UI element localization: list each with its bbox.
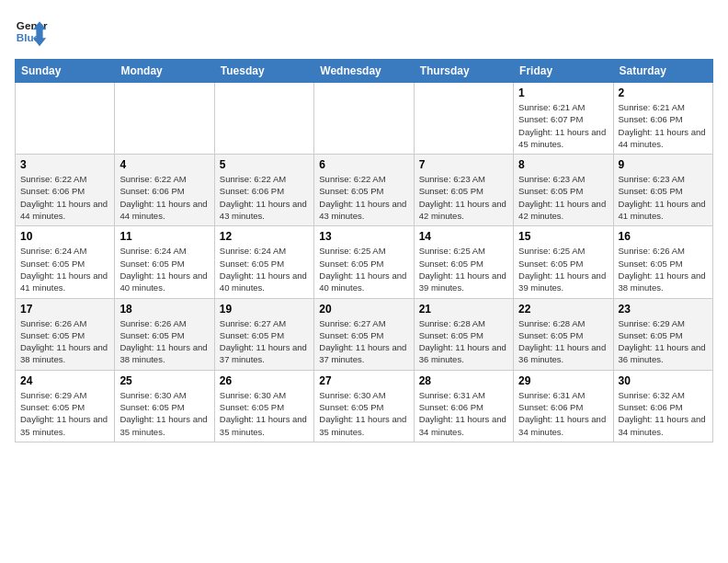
calendar-cell: 8Sunrise: 6:23 AM Sunset: 6:05 PM Daylig… — [514, 155, 613, 226]
day-info: Sunrise: 6:23 AM Sunset: 6:05 PM Dayligh… — [518, 173, 608, 222]
calendar-cell: 9Sunrise: 6:23 AM Sunset: 6:05 PM Daylig… — [613, 155, 712, 226]
day-number: 2 — [619, 86, 708, 99]
day-info: Sunrise: 6:26 AM Sunset: 6:05 PM Dayligh… — [20, 317, 109, 366]
day-info: Sunrise: 6:26 AM Sunset: 6:05 PM Dayligh… — [119, 317, 209, 366]
day-number: 15 — [518, 230, 608, 243]
calendar-cell: 6Sunrise: 6:22 AM Sunset: 6:05 PM Daylig… — [314, 155, 414, 226]
calendar-cell: 28Sunrise: 6:31 AM Sunset: 6:06 PM Dayli… — [414, 370, 513, 442]
day-info: Sunrise: 6:23 AM Sunset: 6:05 PM Dayligh… — [419, 173, 508, 222]
day-number: 18 — [119, 303, 209, 316]
generalblue-logo-icon: General Blue — [15, 15, 48, 48]
calendar-cell: 4Sunrise: 6:22 AM Sunset: 6:06 PM Daylig… — [115, 155, 214, 226]
day-number: 11 — [119, 230, 209, 243]
weekday-header-tuesday: Tuesday — [214, 60, 313, 83]
day-number: 17 — [20, 303, 109, 316]
day-number: 26 — [220, 374, 309, 387]
calendar-cell: 10Sunrise: 6:24 AM Sunset: 6:05 PM Dayli… — [16, 226, 115, 298]
calendar-cell: 19Sunrise: 6:27 AM Sunset: 6:05 PM Dayli… — [214, 298, 313, 370]
calendar-cell: 13Sunrise: 6:25 AM Sunset: 6:05 PM Dayli… — [314, 226, 414, 298]
calendar-cell: 3Sunrise: 6:22 AM Sunset: 6:06 PM Daylig… — [16, 155, 115, 226]
weekday-header-monday: Monday — [115, 60, 214, 83]
weekday-header-thursday: Thursday — [414, 60, 513, 83]
calendar-week-row: 10Sunrise: 6:24 AM Sunset: 6:05 PM Dayli… — [16, 226, 713, 298]
calendar-week-row: 17Sunrise: 6:26 AM Sunset: 6:05 PM Dayli… — [16, 298, 713, 370]
day-number: 5 — [220, 158, 309, 171]
day-info: Sunrise: 6:29 AM Sunset: 6:05 PM Dayligh… — [20, 389, 109, 438]
day-info: Sunrise: 6:25 AM Sunset: 6:05 PM Dayligh… — [319, 245, 408, 293]
calendar-cell: 11Sunrise: 6:24 AM Sunset: 6:05 PM Dayli… — [115, 226, 214, 298]
day-number: 21 — [419, 303, 508, 316]
day-number: 14 — [419, 230, 508, 243]
day-number: 24 — [20, 374, 109, 387]
day-info: Sunrise: 6:30 AM Sunset: 6:05 PM Dayligh… — [319, 389, 408, 438]
header: General Blue — [15, 15, 713, 48]
day-info: Sunrise: 6:25 AM Sunset: 6:05 PM Dayligh… — [419, 245, 508, 293]
day-info: Sunrise: 6:22 AM Sunset: 6:06 PM Dayligh… — [119, 173, 209, 222]
logo: General Blue — [15, 15, 48, 48]
calendar-cell: 15Sunrise: 6:25 AM Sunset: 6:05 PM Dayli… — [514, 226, 613, 298]
day-number: 30 — [619, 374, 708, 387]
day-info: Sunrise: 6:24 AM Sunset: 6:05 PM Dayligh… — [20, 245, 109, 293]
day-number: 4 — [119, 158, 209, 171]
day-number: 27 — [319, 374, 408, 387]
calendar-week-row: 1Sunrise: 6:21 AM Sunset: 6:07 PM Daylig… — [16, 83, 713, 155]
day-number: 1 — [518, 86, 608, 99]
calendar-cell: 21Sunrise: 6:28 AM Sunset: 6:05 PM Dayli… — [414, 298, 513, 370]
weekday-header-row: SundayMondayTuesdayWednesdayThursdayFrid… — [16, 60, 713, 83]
day-number: 19 — [220, 303, 309, 316]
day-info: Sunrise: 6:24 AM Sunset: 6:05 PM Dayligh… — [119, 245, 209, 293]
day-info: Sunrise: 6:24 AM Sunset: 6:05 PM Dayligh… — [220, 245, 309, 293]
calendar-week-row: 24Sunrise: 6:29 AM Sunset: 6:05 PM Dayli… — [16, 370, 713, 442]
day-info: Sunrise: 6:28 AM Sunset: 6:05 PM Dayligh… — [419, 317, 508, 366]
weekday-header-wednesday: Wednesday — [314, 60, 414, 83]
day-info: Sunrise: 6:28 AM Sunset: 6:05 PM Dayligh… — [518, 317, 608, 366]
calendar-cell: 30Sunrise: 6:32 AM Sunset: 6:06 PM Dayli… — [613, 370, 712, 442]
calendar-table: SundayMondayTuesdayWednesdayThursdayFrid… — [15, 59, 713, 442]
day-info: Sunrise: 6:31 AM Sunset: 6:06 PM Dayligh… — [518, 389, 608, 438]
calendar-cell: 23Sunrise: 6:29 AM Sunset: 6:05 PM Dayli… — [613, 298, 712, 370]
calendar-cell: 24Sunrise: 6:29 AM Sunset: 6:05 PM Dayli… — [16, 370, 115, 442]
weekday-header-sunday: Sunday — [16, 60, 115, 83]
calendar-cell: 14Sunrise: 6:25 AM Sunset: 6:05 PM Dayli… — [414, 226, 513, 298]
calendar-cell: 20Sunrise: 6:27 AM Sunset: 6:05 PM Dayli… — [314, 298, 414, 370]
day-info: Sunrise: 6:30 AM Sunset: 6:05 PM Dayligh… — [119, 389, 209, 438]
day-info: Sunrise: 6:30 AM Sunset: 6:05 PM Dayligh… — [220, 389, 309, 438]
day-info: Sunrise: 6:22 AM Sunset: 6:06 PM Dayligh… — [20, 173, 109, 222]
calendar-cell — [414, 83, 513, 155]
day-info: Sunrise: 6:32 AM Sunset: 6:06 PM Dayligh… — [619, 389, 708, 438]
calendar-cell — [214, 83, 313, 155]
day-info: Sunrise: 6:21 AM Sunset: 6:07 PM Dayligh… — [518, 101, 608, 150]
calendar-week-row: 3Sunrise: 6:22 AM Sunset: 6:06 PM Daylig… — [16, 155, 713, 226]
day-info: Sunrise: 6:27 AM Sunset: 6:05 PM Dayligh… — [319, 317, 408, 366]
calendar-cell: 27Sunrise: 6:30 AM Sunset: 6:05 PM Dayli… — [314, 370, 414, 442]
day-info: Sunrise: 6:22 AM Sunset: 6:06 PM Dayligh… — [220, 173, 309, 222]
day-info: Sunrise: 6:31 AM Sunset: 6:06 PM Dayligh… — [419, 389, 508, 438]
day-number: 16 — [619, 230, 708, 243]
day-info: Sunrise: 6:27 AM Sunset: 6:05 PM Dayligh… — [220, 317, 309, 366]
day-number: 3 — [20, 158, 109, 171]
svg-text:General: General — [17, 19, 48, 31]
day-number: 6 — [319, 158, 408, 171]
calendar-cell — [314, 83, 414, 155]
calendar-cell: 7Sunrise: 6:23 AM Sunset: 6:05 PM Daylig… — [414, 155, 513, 226]
calendar-cell: 16Sunrise: 6:26 AM Sunset: 6:05 PM Dayli… — [613, 226, 712, 298]
day-number: 23 — [619, 303, 708, 316]
weekday-header-friday: Friday — [514, 60, 613, 83]
day-info: Sunrise: 6:21 AM Sunset: 6:06 PM Dayligh… — [619, 101, 708, 150]
day-number: 20 — [319, 303, 408, 316]
calendar-cell: 18Sunrise: 6:26 AM Sunset: 6:05 PM Dayli… — [115, 298, 214, 370]
day-number: 12 — [220, 230, 309, 243]
day-number: 25 — [119, 374, 209, 387]
day-number: 9 — [619, 158, 708, 171]
calendar-cell: 25Sunrise: 6:30 AM Sunset: 6:05 PM Dayli… — [115, 370, 214, 442]
weekday-header-saturday: Saturday — [613, 60, 712, 83]
calendar-cell: 5Sunrise: 6:22 AM Sunset: 6:06 PM Daylig… — [214, 155, 313, 226]
calendar-cell: 26Sunrise: 6:30 AM Sunset: 6:05 PM Dayli… — [214, 370, 313, 442]
day-number: 28 — [419, 374, 508, 387]
calendar-cell — [115, 83, 214, 155]
calendar-cell: 29Sunrise: 6:31 AM Sunset: 6:06 PM Dayli… — [514, 370, 613, 442]
day-number: 10 — [20, 230, 109, 243]
day-info: Sunrise: 6:22 AM Sunset: 6:05 PM Dayligh… — [319, 173, 408, 222]
day-info: Sunrise: 6:23 AM Sunset: 6:05 PM Dayligh… — [619, 173, 708, 222]
calendar-cell: 1Sunrise: 6:21 AM Sunset: 6:07 PM Daylig… — [514, 83, 613, 155]
